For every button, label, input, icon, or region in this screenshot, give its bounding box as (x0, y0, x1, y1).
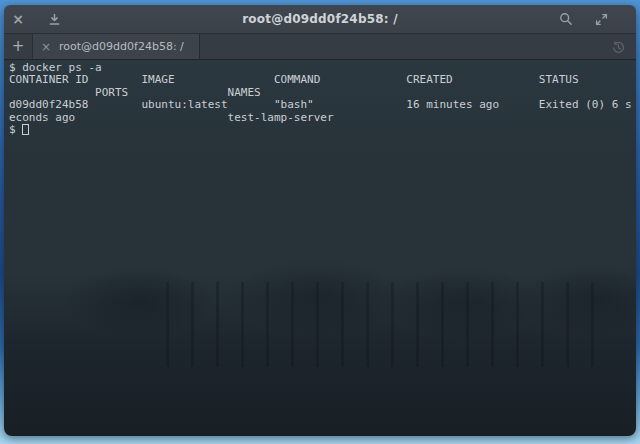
plus-icon: + (12, 39, 25, 54)
fullscreen-button[interactable] (590, 8, 612, 30)
history-button[interactable] (610, 39, 626, 55)
new-tab-button[interactable]: + (4, 34, 33, 59)
search-button[interactable] (555, 8, 577, 30)
terminal-cursor[interactable] (22, 124, 29, 135)
tab-terminal-session[interactable]: × root@d09dd0f24b58: / (33, 34, 200, 59)
prompt: $ (9, 123, 22, 136)
terminal-window: × root@d09dd0f24b58: / (4, 5, 636, 436)
tab-close-icon[interactable]: × (41, 41, 51, 53)
search-icon (559, 12, 573, 26)
expand-icon (595, 13, 608, 26)
window-title: root@d09dd0f24b58: / (4, 5, 636, 33)
tab-label: root@d09dd0f24b58: / (59, 40, 184, 53)
terminal-line-header-1: CONTAINER ID IMAGE COMMAND CREATED STATU… (9, 74, 636, 86)
titlebar[interactable]: × root@d09dd0f24b58: / (4, 5, 636, 34)
terminal-output: $ docker ps -a CONTAINER ID IMAGE COMMAN… (4, 60, 636, 436)
desktop: { "colors": { "titlebar_bg": "#3b4149", … (0, 0, 640, 444)
tab-bar: + × root@d09dd0f24b58: / (4, 34, 636, 60)
terminal-screen[interactable]: $ docker ps -a CONTAINER ID IMAGE COMMAN… (4, 60, 636, 436)
terminal-line-row-2: econds ago test-lamp-server (9, 112, 636, 124)
history-clock-icon (611, 40, 626, 55)
terminal-prompt-line: $ (9, 124, 636, 136)
terminal-line-row-1: d09dd0f24b58 ubuntu:latest "bash" 16 min… (9, 99, 636, 111)
